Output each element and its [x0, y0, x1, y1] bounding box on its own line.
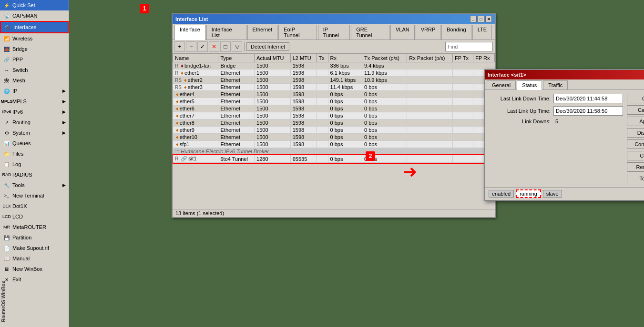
find-input[interactable] [445, 42, 493, 51]
detect-internet-button[interactable]: Detect Internet [246, 42, 289, 51]
tab-traffic[interactable]: Traffic [543, 80, 568, 89]
table-row[interactable]: R ♦bridge1-lan Bridge 1500 1598 336 bps … [173, 62, 495, 69]
table-row[interactable]: ♦ether6 Ethernet 1500 1598 0 bps 0 bps [173, 105, 495, 112]
apply-button[interactable]: Apply [627, 117, 644, 126]
disable-button[interactable]: Disable [627, 128, 644, 138]
table-row-tunnel[interactable]: R 🔗sit1 6to4 Tunnel 1280 65535 0 bps 0 b… [173, 155, 495, 163]
filter-button[interactable]: ▽ [232, 41, 242, 52]
remove-toolbar-button[interactable]: − [186, 41, 196, 52]
table-row[interactable]: ♦sfp1 Ethernet 1500 1598 0 bps 0 bps [173, 141, 495, 148]
sidebar-item-metarouter[interactable]: MR MetaROUTER [0, 222, 69, 232]
main-content: ForoISP 1 Interface List _ □ ✕ Interface… [69, 0, 644, 327]
sidebar-item-bridge[interactable]: 🌉 Bridge [0, 44, 69, 54]
delete-button[interactable]: ✕ [209, 41, 219, 52]
add-button[interactable]: + [174, 41, 185, 52]
interface-status-bar: 13 items (1 selected) [173, 209, 495, 217]
sidebar-item-files[interactable]: 📁 Files [0, 149, 69, 159]
cancel-button[interactable]: Cancel [627, 105, 644, 115]
copy-button[interactable]: Copy [627, 151, 644, 160]
interface-table-scroll[interactable]: Name Type Actual MTU L2 MTU Tx Rx Tx Pac… [173, 54, 495, 209]
tab-ethernet[interactable]: Ethernet [247, 25, 278, 40]
sidebar-item-dot1x[interactable]: D1X Dot1X [0, 201, 69, 211]
toolbar-sep [244, 42, 245, 51]
minimize-button[interactable]: _ [470, 16, 477, 22]
last-link-down-value[interactable]: Dec/30/2020 11:44:58 [553, 94, 623, 103]
table-row[interactable]: RS ♦ether3 Ethernet 1500 1598 11.4 kbps … [173, 84, 495, 91]
sidebar-item-new-winbox[interactable]: 🖥 New WinBox [0, 264, 69, 274]
remove-button[interactable]: Remove [627, 162, 644, 172]
tab-ip-tunnel[interactable]: IP Tunnel [318, 25, 350, 40]
tab-vlan[interactable]: VLAN [390, 25, 415, 40]
row-tx [317, 119, 328, 127]
sidebar-item-partition[interactable]: 💾 Partition [0, 232, 69, 243]
table-row[interactable]: ♦ether9 Ethernet 1500 1598 0 bps 0 bps [173, 127, 495, 134]
table-row[interactable]: ♦ether10 Ethernet 1500 1598 0 bps 0 bps [173, 134, 495, 141]
sidebar-item-log[interactable]: 📋 Log [0, 159, 69, 169]
enable-button[interactable]: ✓ [197, 41, 208, 52]
sidebar-item-ip[interactable]: 🌐 IP ▶ [0, 86, 69, 96]
sidebar-item-lcd[interactable]: LCD LCD [0, 211, 69, 222]
sidebar-item-label: CAPsMAN [12, 13, 38, 19]
sidebar-item-switch[interactable]: ↔ Switch [0, 65, 69, 75]
sidebar-item-quick-set[interactable]: ⚡ Quick Set [0, 0, 69, 10]
sidebar-item-system[interactable]: ⚙ System ▶ [0, 128, 69, 138]
row-rx-pps [407, 84, 453, 91]
torch-button[interactable]: Torch [627, 174, 644, 183]
sidebar-item-mesh[interactable]: 🕸 Mesh [0, 75, 69, 86]
row-actual-mtu: 1500 [255, 134, 291, 141]
sidebar-item-new-terminal[interactable]: >_ New Terminal [0, 190, 69, 201]
comment-button[interactable]: Comment [627, 139, 644, 149]
tab-lte[interactable]: LTE [472, 25, 492, 40]
detail-window: Interface <sit1> _ □ ✕ General Status Tr… [484, 69, 644, 201]
detail-tab-bar: General Status Traffic [485, 79, 644, 90]
ok-button[interactable]: OK [627, 94, 644, 103]
sidebar-item-queues[interactable]: 📊 Queues [0, 138, 69, 149]
table-row[interactable]: RS ♦ether2 Ethernet 1500 1598 149.1 kbps… [173, 77, 495, 84]
capsman-icon: 📡 [3, 12, 10, 20]
tab-interface-list[interactable]: Interface List [206, 25, 246, 40]
tab-gre-tunnel[interactable]: GRE Tunnel [351, 25, 389, 40]
table-row[interactable]: ♦ether5 Ethernet 1500 1598 0 bps 0 bps [173, 98, 495, 105]
row-tx-pps: 0 bps [362, 119, 407, 127]
table-row[interactable]: ♦ether4 Ethernet 1500 1598 0 bps 0 bps [173, 91, 495, 98]
table-row[interactable]: R ♦ether1 Ethernet 1500 1598 6.1 kbps 11… [173, 69, 495, 77]
sidebar-item-ppp[interactable]: 🔗 PPP [0, 54, 69, 65]
sidebar-item-interfaces[interactable]: 🔌 Interfaces [0, 21, 69, 33]
table-row[interactable]: ♦ether7 Ethernet 1500 1598 0 bps 0 bps [173, 112, 495, 119]
sidebar-item-ipv6[interactable]: IPv6 IPv6 ▶ [0, 107, 69, 117]
tab-general[interactable]: General [487, 80, 516, 89]
tab-status[interactable]: Status [517, 80, 542, 90]
sidebar-item-label: Queues [12, 140, 31, 146]
sidebar-item-capsman[interactable]: 📡 CAPsMAN [0, 10, 69, 21]
queues-icon: 📊 [3, 139, 10, 147]
tab-interface[interactable]: Interface [174, 25, 205, 40]
tab-eoip-tunnel[interactable]: EoIP Tunnel [278, 25, 317, 40]
row-name: ♦ether10 [173, 134, 218, 141]
interface-list-title: Interface List [175, 16, 208, 22]
row-fp-tx [453, 127, 473, 134]
table-row[interactable]: ♦ether8 Ethernet 1500 1598 0 bps 0 bps [173, 119, 495, 127]
table-section-header: ::: Humicane Electric IPv6 Tunnel Broker [173, 148, 495, 155]
sidebar-item-routing[interactable]: ↗ Routing ▶ [0, 117, 69, 128]
sidebar-item-tools[interactable]: 🔧 Tools ▶ [0, 180, 69, 190]
row-type: Ethernet [218, 84, 255, 91]
row-actual-mtu: 1500 [255, 84, 291, 91]
maximize-button[interactable]: □ [478, 16, 484, 22]
col-name: Name [173, 54, 218, 62]
last-link-up-value[interactable]: Dec/30/2020 11:58:50 [553, 106, 623, 116]
sidebar-item-manual[interactable]: 📖 Manual [0, 253, 69, 264]
sidebar-item-label: New WinBox [12, 266, 42, 272]
sidebar-item-make-supout[interactable]: 📄 Make Supout.rif [0, 243, 69, 253]
row-tx [317, 112, 328, 119]
interfaces-icon: 🔌 [4, 23, 11, 31]
copy-toolbar-button[interactable]: □ [220, 41, 231, 52]
sidebar-item-radius[interactable]: RAD RADIUS [0, 169, 69, 180]
sidebar-item-mpls[interactable]: MPLS MPLS ▶ [0, 96, 69, 107]
sidebar-item-wireless[interactable]: 📶 Wireless [0, 33, 69, 44]
tab-vrrp[interactable]: VRRP [416, 25, 441, 40]
sidebar-item-exit[interactable]: ✕ Exit [0, 274, 69, 285]
close-button[interactable]: ✕ [485, 16, 492, 22]
tab-bonding[interactable]: Bonding [441, 25, 471, 40]
sidebar-item-label: Switch [12, 67, 28, 73]
detail-buttons: OK Cancel Apply Disable Comment Copy Rem… [627, 94, 644, 183]
